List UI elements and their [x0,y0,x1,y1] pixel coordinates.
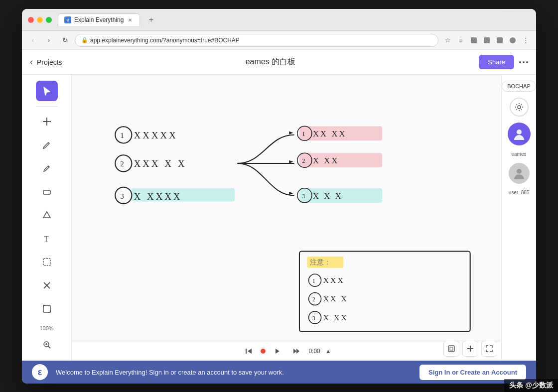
refresh-button[interactable]: ↻ [59,34,71,46]
lock-icon: 🔒 [81,37,88,43]
app-header: ‹ Projects eames 的白板 Share [22,50,536,75]
watermark: 头条 @少数派 [504,379,558,392]
canvas-fullscreen-button[interactable] [481,341,497,357]
more-options-button[interactable] [519,61,528,63]
svg-text:3: 3 [302,193,305,200]
header-actions: Share [479,55,528,69]
tab-area: e Explain Everything ✕ + [58,13,530,27]
user2-avatar[interactable] [509,163,530,184]
prev-button[interactable] [242,344,256,358]
play-button[interactable] [271,344,284,358]
svg-line-19 [48,346,50,348]
svg-text:3: 3 [312,315,315,321]
tab-close-button[interactable]: ✕ [127,16,134,23]
reader-icon[interactable]: ≡ [455,35,466,46]
record-button[interactable] [261,349,266,354]
right-sidebar: BOCHAP eames user_865 [501,75,536,361]
svg-text:2: 2 [302,157,305,164]
traffic-lights [28,17,52,23]
expand-playback-button[interactable]: ▲ [325,348,331,355]
close-tool[interactable] [36,275,58,296]
projects-label[interactable]: Projects [37,58,62,66]
svg-point-69 [517,130,522,134]
svg-rect-60 [246,349,247,354]
select-tool[interactable] [36,252,58,272]
extension3-icon[interactable] [494,35,505,46]
zoom-level: 100% [39,325,53,331]
back-button[interactable]: ‹ [27,34,39,46]
svg-text:注意：: 注意： [310,259,331,266]
svg-rect-65 [450,347,453,350]
time-display: 0:00 [308,348,320,355]
browser-tab[interactable]: e Explain Everything ✕ [58,13,140,26]
svg-text:X XXXX: X XXXX [134,191,182,202]
svg-rect-13 [43,305,50,312]
svg-text:X XX: X XX [313,156,339,165]
svg-point-70 [517,169,522,174]
svg-text:3: 3 [121,192,124,200]
svg-point-3 [510,37,516,43]
canvas-view-button[interactable] [443,341,459,357]
svg-text:T: T [44,235,49,243]
bookmark-icon[interactable]: ☆ [442,35,453,46]
left-toolbar: T 100% [22,75,72,361]
svg-marker-34 [289,192,293,195]
main-area: T 100% [22,75,536,361]
profile-icon[interactable] [507,35,518,46]
forward-button[interactable]: › [43,34,55,46]
settings-button[interactable] [510,98,529,117]
new-tab-button[interactable]: + [144,13,158,27]
svg-text:1: 1 [312,278,315,284]
eraser-tool[interactable] [36,182,58,202]
user1-label: eames [511,151,526,157]
svg-text:XXX X X: XXX X X [134,158,187,169]
browser-toolbar: ☆ ≡ ⋮ [442,35,531,46]
main-user-avatar[interactable] [508,123,531,145]
extension2-icon[interactable] [481,35,492,46]
svg-text:XXX: XXX [323,276,345,284]
url-bar[interactable]: 🔒 app.explaineverything.com/?anonymous=t… [75,34,438,47]
expand-tool[interactable] [36,299,58,319]
bochap-badge[interactable]: BOCHAP [502,81,536,92]
maximize-window-button[interactable] [46,17,52,23]
text-tool[interactable]: T [36,229,58,249]
extension1-icon[interactable] [468,35,479,46]
svg-marker-8 [43,212,50,218]
svg-text:1: 1 [121,131,124,139]
dot1 [519,61,521,63]
tab-label: Explain Everything [74,16,124,23]
zoom-button[interactable] [36,334,58,355]
svg-rect-1 [484,37,490,43]
playback-toolbar: 0:00 ▲ [72,341,501,361]
svg-marker-59 [248,349,252,354]
add-tool[interactable] [36,112,58,132]
close-window-button[interactable] [28,17,34,23]
pen-tool[interactable] [36,135,58,155]
svg-rect-0 [471,37,477,43]
svg-text:X X X: X X X [313,191,343,201]
minimize-window-button[interactable] [37,17,43,23]
shape-tool[interactable] [36,205,58,226]
svg-text:X XX: X XX [323,313,348,322]
svg-point-68 [518,106,521,109]
svg-rect-7 [43,190,50,194]
menu-icon[interactable]: ⋮ [520,35,531,46]
svg-line-6 [48,166,49,167]
svg-rect-2 [497,37,503,43]
pointer-tool[interactable] [36,81,58,101]
welcome-banner: ε Welcome to Explain Everything! Sign in… [22,361,536,384]
tab-favicon: e [64,16,71,23]
svg-text:XX X: XX X [323,294,348,303]
svg-text:2: 2 [312,296,315,302]
share-button[interactable]: Share [479,55,514,69]
pencil-tool[interactable] [36,158,58,179]
canvas-area[interactable]: 1 XXXXX 2 XXX X X 3 X XXXX [72,75,501,361]
back-to-projects-button[interactable]: ‹ [30,57,33,67]
dot3 [526,61,528,63]
dot2 [523,61,525,63]
signin-button[interactable]: Sign In or Create an Account [419,365,526,380]
canvas-add-button[interactable] [462,341,478,357]
fast-forward-button[interactable] [289,344,303,358]
whiteboard-title: eames 的白板 [62,57,479,67]
svg-marker-63 [296,349,299,354]
